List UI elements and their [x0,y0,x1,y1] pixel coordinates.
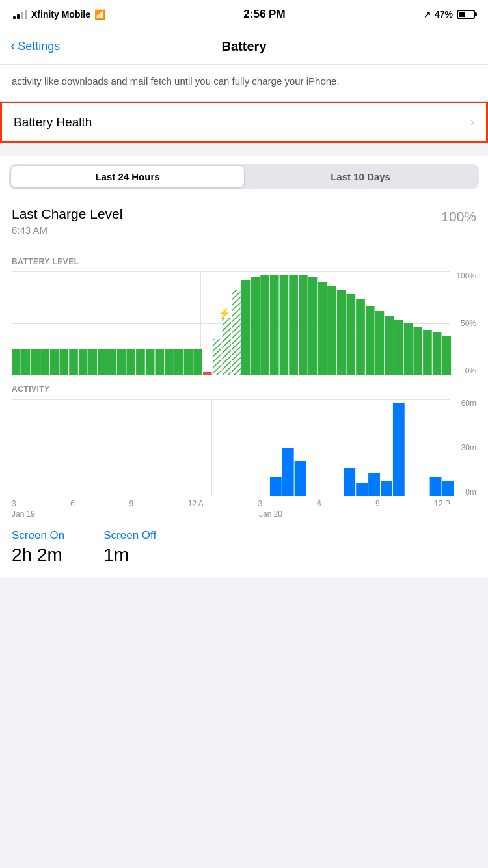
status-bar: Xfinity Mobile 📶 2:56 PM ↗ 47% [0,0,488,29]
back-label: Settings [18,40,60,53]
svg-rect-26 [251,277,260,375]
screen-off-value: 1m [103,545,156,565]
svg-rect-17 [165,349,174,375]
location-icon: ↗ [424,10,431,20]
svg-rect-20 [193,349,202,375]
svg-rect-27 [260,275,269,375]
segment-10d[interactable]: Last 10 Days [244,166,477,187]
segment-control: Last 24 Hours Last 10 Days [9,164,479,189]
svg-rect-28 [270,275,279,375]
svg-rect-48 [270,477,282,496]
charge-label: Last Charge Level [12,206,122,222]
svg-rect-6 [60,349,69,375]
charge-row: Last Charge Level 8:43 AM 100% [12,206,476,236]
svg-rect-18 [174,349,183,375]
battery-level-label: BATTERY LEVEL [12,257,476,266]
svg-rect-3 [31,349,40,375]
svg-rect-30 [289,275,298,375]
x-label-12a: 12 A [188,499,204,508]
page-title: Battery [222,39,267,54]
battery-level-section: BATTERY LEVEL 100% 50% 0% ⚡ [0,245,488,375]
x-label-3: 3 [12,499,16,508]
charge-percent: 100% [441,206,476,224]
svg-rect-33 [318,282,327,375]
svg-rect-38 [366,306,375,375]
svg-rect-41 [394,320,403,375]
svg-rect-56 [430,477,442,496]
x-date-jan20: Jan 20 [259,509,282,519]
section-gap [0,143,488,156]
status-left: Xfinity Mobile 📶 [13,9,105,20]
battery-health-label: Battery Health [14,115,92,129]
svg-rect-32 [308,277,318,375]
x-label-9b: 9 [375,499,380,508]
svg-rect-25 [241,280,251,375]
svg-rect-22 [213,339,222,375]
carrier-label: Xfinity Mobile [31,9,90,20]
svg-rect-29 [280,275,289,375]
svg-rect-42 [404,323,413,375]
svg-rect-11 [107,349,116,375]
svg-rect-5 [50,349,59,375]
svg-text:⚡: ⚡ [217,306,232,319]
signal-bars-icon [13,10,27,19]
svg-rect-4 [40,349,49,375]
svg-rect-31 [299,275,308,375]
charge-section: Last Charge Level 8:43 AM 100% [0,197,488,245]
back-chevron-icon: ‹ [10,38,15,55]
svg-rect-12 [117,349,126,375]
battery-percent: 47% [435,9,453,20]
svg-rect-49 [282,448,294,496]
svg-rect-34 [327,286,336,375]
svg-rect-14 [136,349,145,375]
svg-rect-19 [184,349,193,375]
battery-health-row[interactable]: Battery Health › [0,102,488,143]
svg-rect-36 [347,294,356,375]
svg-rect-52 [356,483,368,496]
battery-chart: 100% 50% 0% ⚡ [12,271,476,375]
x-label-3b: 3 [258,499,262,508]
svg-rect-40 [385,316,394,375]
segment-24h[interactable]: Last 24 Hours [11,166,244,187]
svg-rect-43 [413,327,422,375]
svg-rect-46 [442,336,452,375]
status-time: 2:56 PM [243,8,285,21]
svg-rect-1 [12,349,21,375]
info-text: activity like downloads and mail fetch u… [0,65,488,102]
svg-rect-37 [356,299,365,375]
battery-bars-svg: ⚡ [12,271,476,375]
svg-rect-53 [368,473,380,496]
chevron-right-icon: › [470,115,474,129]
svg-rect-55 [393,403,405,496]
svg-rect-57 [442,481,454,496]
svg-rect-44 [423,330,432,375]
nav-header: ‹ Settings Battery [0,29,488,65]
screen-off-item: Screen Off 1m [103,529,156,565]
x-label-6: 6 [70,499,75,508]
svg-rect-8 [79,349,88,375]
segment-wrap: Last 24 Hours Last 10 Days [0,156,488,197]
screen-on-item: Screen On 2h 2m [12,529,64,565]
status-right: ↗ 47% [424,9,475,20]
wifi-icon: 📶 [94,9,105,20]
x-label-9: 9 [129,499,134,508]
svg-rect-13 [126,349,135,375]
svg-rect-23 [222,318,231,375]
back-button[interactable]: ‹ Settings [10,39,60,55]
x-axis-area: 3 6 9 12 A 3 6 9 12 P Jan 19 Jan 20 [12,499,476,519]
battery-icon [457,10,475,19]
screen-stats-section: Screen On 2h 2m Screen Off 1m [0,519,488,578]
svg-rect-35 [337,290,346,375]
screen-on-value: 2h 2m [12,545,64,565]
svg-rect-9 [88,349,98,375]
activity-label: ACTIVITY [12,385,476,394]
activity-section: ACTIVITY 60m 30m 0m 3 6 9 12 A 3 6 9 12 … [0,375,488,519]
svg-rect-50 [295,461,306,496]
svg-rect-54 [381,481,392,496]
x-date-jan19: Jan 19 [12,509,35,519]
svg-rect-7 [69,349,78,375]
screen-off-label: Screen Off [103,529,156,542]
charge-time: 8:43 AM [12,224,122,236]
screen-on-label: Screen On [12,529,64,542]
svg-rect-15 [146,349,155,375]
